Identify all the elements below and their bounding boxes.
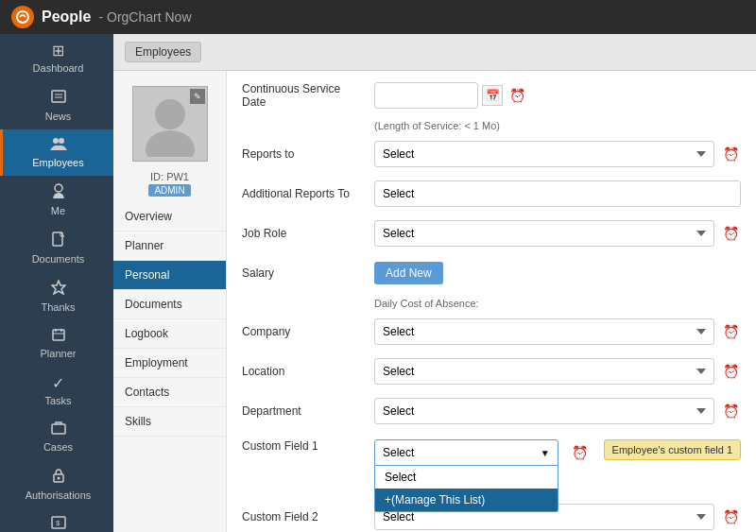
admin-badge: ADMIN	[148, 184, 190, 197]
sidebar-item-me[interactable]: Me	[0, 176, 113, 224]
job-role-select[interactable]: Select	[374, 220, 714, 247]
left-nav-logbook[interactable]: Logbook	[113, 319, 226, 349]
length-of-service-label: (Length of Service: < 1 Mo)	[374, 120, 741, 131]
location-row: Location Select ⏰	[242, 356, 741, 386]
history-btn-custom-field-2[interactable]: ⏰	[720, 506, 741, 527]
history-btn-custom-field-1[interactable]: ⏰	[570, 442, 591, 463]
daily-cost-label: Daily Cost of Absence:	[374, 298, 741, 309]
department-row: Department Select ⏰	[242, 396, 741, 426]
svg-point-25	[146, 130, 195, 157]
authorisations-icon	[53, 468, 64, 487]
app-logo	[11, 6, 34, 28]
cases-icon	[51, 421, 66, 438]
app-subtitle: - OrgChart Now	[98, 9, 191, 25]
custom-field-1-dropdown-menu: Select +(Manage This List)	[374, 466, 558, 512]
dashboard-icon: ⊞	[52, 42, 64, 60]
dropdown-option-manage[interactable]: +(Manage This List)	[375, 489, 558, 511]
reports-to-select[interactable]: Select	[374, 141, 714, 167]
sidebar-item-employees[interactable]: Employees	[0, 129, 113, 176]
sidebar-item-documents[interactable]: Documents	[0, 224, 113, 272]
svg-point-5	[59, 138, 64, 144]
job-role-label: Job Role	[242, 227, 374, 240]
additional-reports-to-input[interactable]	[374, 180, 741, 207]
svg-rect-1	[52, 91, 65, 102]
breadcrumb-bar: Employees	[113, 34, 756, 71]
department-control: Select ⏰	[374, 398, 741, 424]
edit-avatar-icon[interactable]: ✎	[190, 89, 205, 104]
custom-field-1-row: Custom Field 1 Select ▼ Select +(Manage …	[242, 436, 741, 466]
additional-reports-to-label: Additional Reports To	[242, 187, 374, 200]
svg-marker-8	[52, 281, 65, 294]
location-select[interactable]: Select	[374, 358, 714, 385]
main-layout: ⊞ Dashboard News Employees Me Document	[0, 34, 756, 532]
history-btn-company[interactable]: ⏰	[720, 321, 741, 342]
top-bar: People - OrgChart Now	[0, 0, 756, 34]
employees-breadcrumb-button[interactable]: Employees	[125, 42, 201, 62]
job-role-row: Job Role Select ⏰	[242, 218, 741, 249]
form-area: Continuous Service Date 📅 ⏰ (Length of S…	[227, 71, 756, 532]
app-title: People	[42, 9, 91, 26]
profile-id: ID: PW1	[113, 169, 226, 184]
custom-field-1-control: Select ▼ Select +(Manage This List) ⏰ Em…	[374, 439, 741, 466]
history-btn-department[interactable]: ⏰	[720, 401, 741, 421]
history-btn-reports-to[interactable]: ⏰	[720, 144, 741, 164]
custom-field-2-label: Custom Field 2	[242, 510, 374, 523]
profile-avatar-container: ✎	[113, 78, 226, 169]
custom-field-1-select-btn[interactable]: Select ▼	[374, 439, 558, 466]
add-new-salary-button[interactable]: Add New	[374, 262, 443, 284]
additional-reports-to-row: Additional Reports To	[242, 179, 741, 209]
documents-icon	[52, 232, 65, 250]
continuous-service-date-row: Continuous Service Date 📅 ⏰	[242, 80, 741, 111]
history-btn-job-role[interactable]: ⏰	[720, 223, 741, 244]
sidebar-item-dashboard[interactable]: ⊞ Dashboard	[0, 34, 113, 81]
inner-layout: ✎ ID: PW1 ADMIN Overview Planner Persona…	[113, 71, 756, 532]
custom-field-1-label: Custom Field 1	[242, 439, 374, 453]
svg-rect-13	[52, 424, 65, 434]
svg-point-6	[55, 184, 62, 192]
sidebar-item-authorisations[interactable]: Authorisations	[0, 460, 113, 508]
reports-to-row: Reports to Select ⏰	[242, 139, 741, 169]
svg-rect-9	[53, 330, 64, 340]
department-select[interactable]: Select	[374, 398, 714, 424]
salary-row: Salary Add New	[242, 258, 741, 288]
calendar-icon-btn[interactable]: 📅	[482, 85, 503, 106]
continuous-service-date-input[interactable]	[374, 82, 478, 109]
custom-field-1-tooltip: Employee's custom field 1	[604, 439, 741, 460]
left-nav-documents[interactable]: Documents	[113, 290, 226, 319]
history-btn-location[interactable]: ⏰	[720, 361, 741, 382]
left-nav-planner[interactable]: Planner	[113, 232, 226, 261]
left-nav-employment[interactable]: Employment	[113, 349, 226, 378]
left-nav-skills[interactable]: Skills	[113, 407, 226, 437]
left-nav-overview[interactable]: Overview	[113, 202, 226, 232]
expenses-icon: $	[51, 516, 66, 532]
location-control: Select ⏰	[374, 358, 741, 385]
continuous-service-date-label: Continuous Service Date	[242, 82, 374, 109]
dropdown-option-select[interactable]: Select	[375, 466, 558, 489]
sidebar-item-planner[interactable]: Planner	[0, 320, 113, 367]
sidebar-item-news[interactable]: News	[0, 81, 113, 129]
profile-avatar: ✎	[132, 86, 208, 162]
sidebar-item-cases[interactable]: Cases	[0, 414, 113, 460]
left-nav-contacts[interactable]: Contacts	[113, 378, 226, 407]
sidebar-item-thanks[interactable]: Thanks	[0, 272, 113, 320]
news-icon	[51, 89, 66, 108]
employees-icon	[50, 137, 67, 154]
continuous-service-date-control: 📅 ⏰	[374, 82, 741, 109]
me-icon	[52, 183, 65, 202]
svg-point-4	[53, 138, 59, 144]
custom-field-1-selected-value: Select	[383, 446, 414, 459]
planner-icon	[52, 328, 65, 345]
sidebar-item-expenses[interactable]: $ Expenses	[0, 508, 113, 532]
reports-to-label: Reports to	[242, 147, 374, 161]
tasks-icon: ✓	[52, 374, 64, 392]
salary-label: Salary	[242, 266, 374, 280]
company-select[interactable]: Select	[374, 318, 714, 345]
svg-point-15	[57, 477, 60, 480]
thanks-icon	[51, 280, 66, 299]
svg-point-0	[17, 11, 28, 23]
company-row: Company Select ⏰	[242, 317, 741, 347]
svg-point-24	[155, 99, 185, 129]
left-nav-personal[interactable]: Personal	[113, 261, 226, 290]
sidebar-item-tasks[interactable]: ✓ Tasks	[0, 367, 113, 414]
history-btn-service-date[interactable]: ⏰	[507, 85, 527, 106]
